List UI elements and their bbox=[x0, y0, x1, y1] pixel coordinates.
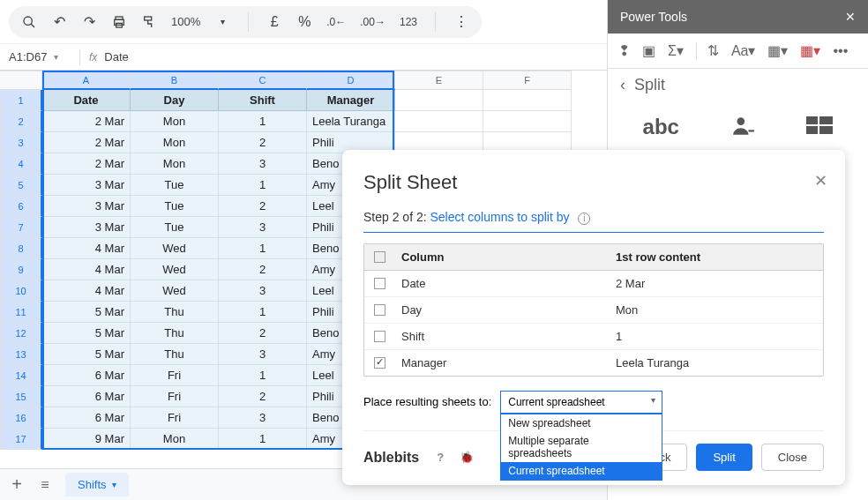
cell[interactable]: 2 bbox=[219, 132, 307, 153]
bug-icon[interactable]: 🐞 bbox=[460, 451, 474, 464]
dropdown-option[interactable]: New spreadsheet bbox=[501, 414, 662, 432]
help-icon[interactable]: ? bbox=[437, 451, 444, 464]
cell[interactable]: 6 Mar bbox=[42, 407, 131, 429]
sheet-tab-shifts[interactable]: Shifts ▾ bbox=[65, 473, 129, 496]
sigma-icon[interactable]: Σ▾ bbox=[668, 42, 684, 59]
row-header-17[interactable]: 17 bbox=[0, 429, 42, 450]
cell[interactable]: 9 Mar bbox=[42, 429, 131, 450]
clear-format-icon[interactable]: ▦▾ bbox=[800, 42, 820, 59]
row-checkbox[interactable] bbox=[364, 271, 394, 296]
dropdown-option[interactable]: Current spreadsheet bbox=[501, 462, 662, 480]
cell[interactable]: 6 Mar bbox=[42, 365, 131, 386]
close-icon[interactable]: ✕ bbox=[845, 10, 856, 24]
table-row[interactable]: Shift 1 bbox=[364, 324, 823, 350]
zoom-level[interactable]: 100% bbox=[171, 15, 200, 28]
row-header-4[interactable]: 4 bbox=[0, 153, 42, 175]
col-header-A[interactable]: A bbox=[42, 71, 131, 90]
increase-decimal-icon[interactable]: .00→ bbox=[360, 16, 385, 28]
cell[interactable] bbox=[395, 111, 483, 132]
font-icon[interactable]: Aa▾ bbox=[731, 42, 756, 59]
row-header-9[interactable]: 9 bbox=[0, 259, 42, 280]
row-checkbox[interactable] bbox=[364, 324, 394, 349]
print-icon[interactable] bbox=[111, 15, 127, 29]
cell[interactable] bbox=[483, 111, 572, 132]
row-header-13[interactable]: 13 bbox=[0, 344, 42, 365]
grid-color-icon[interactable]: ▦▾ bbox=[767, 42, 788, 59]
cell[interactable]: 3 Mar bbox=[42, 175, 131, 196]
cell[interactable]: 5 Mar bbox=[42, 302, 131, 323]
cell[interactable] bbox=[395, 90, 483, 111]
tab-dropdown-icon[interactable]: ▾ bbox=[112, 480, 116, 489]
cell[interactable]: Mon bbox=[131, 153, 219, 175]
col-header-E[interactable]: E bbox=[395, 71, 483, 90]
table-row[interactable]: Manager Leela Turanga bbox=[364, 350, 823, 376]
split-button[interactable]: Split bbox=[696, 444, 752, 471]
decrease-decimal-icon[interactable]: .0← bbox=[326, 16, 346, 28]
zoom-dropdown-icon[interactable]: ▾ bbox=[214, 17, 230, 26]
cell[interactable]: 4 Mar bbox=[42, 280, 131, 302]
cell[interactable]: 5 Mar bbox=[42, 344, 131, 365]
cell[interactable]: 3 Mar bbox=[42, 196, 131, 217]
cell[interactable]: Wed bbox=[131, 280, 219, 302]
close-icon[interactable]: ✕ bbox=[814, 171, 827, 190]
add-sheet-icon[interactable]: + bbox=[9, 474, 25, 495]
rerun-icon[interactable]: ▣ bbox=[642, 42, 655, 59]
cell[interactable]: 5 Mar bbox=[42, 323, 131, 344]
header-cell[interactable]: Day bbox=[131, 90, 219, 111]
header-cell[interactable]: Date bbox=[42, 90, 131, 111]
cell[interactable]: Mon bbox=[131, 429, 219, 450]
cell[interactable]: Tue bbox=[131, 196, 219, 217]
cell[interactable]: 1 bbox=[219, 175, 307, 196]
row-header-12[interactable]: 12 bbox=[0, 323, 42, 344]
info-icon[interactable]: i bbox=[578, 213, 590, 225]
row-header-10[interactable]: 10 bbox=[0, 280, 42, 302]
cell[interactable]: 3 bbox=[219, 153, 307, 175]
cell[interactable]: 3 bbox=[219, 280, 307, 302]
row-header-2[interactable]: 2 bbox=[0, 111, 42, 132]
wand-icon[interactable]: ❢ bbox=[618, 42, 630, 59]
cell[interactable]: 4 Mar bbox=[42, 238, 131, 259]
paint-format-icon[interactable] bbox=[141, 15, 157, 29]
col-header-D[interactable]: D bbox=[307, 71, 395, 90]
row-header-8[interactable]: 8 bbox=[0, 238, 42, 259]
currency-icon[interactable]: £ bbox=[266, 14, 282, 30]
percent-icon[interactable]: % bbox=[296, 14, 312, 30]
more-icon[interactable]: ⋮ bbox=[453, 13, 469, 30]
col-header-B[interactable]: B bbox=[131, 71, 219, 90]
cell[interactable]: Fri bbox=[131, 407, 219, 429]
cell[interactable]: Fri bbox=[131, 386, 219, 407]
cell[interactable]: Wed bbox=[131, 259, 219, 280]
cell[interactable]: Mon bbox=[131, 132, 219, 153]
cell[interactable]: 1 bbox=[219, 365, 307, 386]
panel-breadcrumb[interactable]: ‹ Split bbox=[608, 69, 868, 101]
number-format-icon[interactable]: 123 bbox=[400, 16, 417, 28]
cell[interactable]: Leela Turanga bbox=[307, 111, 395, 132]
cell[interactable]: 2 Mar bbox=[42, 132, 131, 153]
row-checkbox[interactable] bbox=[364, 350, 394, 376]
cell[interactable]: Tue bbox=[131, 175, 219, 196]
cell[interactable]: 1 bbox=[219, 302, 307, 323]
all-sheets-icon[interactable]: ≡ bbox=[37, 477, 53, 493]
header-cell[interactable]: Manager bbox=[307, 90, 395, 111]
row-header-6[interactable]: 6 bbox=[0, 196, 42, 217]
col-header-C[interactable]: C bbox=[219, 71, 307, 90]
row-header-11[interactable]: 11 bbox=[0, 302, 42, 323]
cell[interactable]: 1 bbox=[219, 429, 307, 450]
select-all-corner[interactable] bbox=[0, 71, 42, 90]
cell[interactable] bbox=[483, 90, 572, 111]
row-header-15[interactable]: 15 bbox=[0, 386, 42, 407]
row-header-14[interactable]: 14 bbox=[0, 365, 42, 386]
cell[interactable]: 3 bbox=[219, 217, 307, 238]
split-names-icon[interactable] bbox=[731, 115, 754, 143]
cell[interactable]: Wed bbox=[131, 238, 219, 259]
cell[interactable]: 2 bbox=[219, 386, 307, 407]
line-height-icon[interactable]: ⇅ bbox=[696, 42, 719, 59]
redo-icon[interactable]: ↷ bbox=[81, 13, 97, 30]
split-text-icon[interactable]: abc bbox=[643, 115, 679, 143]
cell[interactable]: 2 Mar bbox=[42, 153, 131, 175]
cell[interactable]: Thu bbox=[131, 302, 219, 323]
cell[interactable]: 2 Mar bbox=[42, 111, 131, 132]
formula-bar[interactable]: Date bbox=[104, 50, 128, 63]
cell[interactable]: 3 bbox=[219, 407, 307, 429]
undo-icon[interactable]: ↶ bbox=[51, 13, 67, 30]
